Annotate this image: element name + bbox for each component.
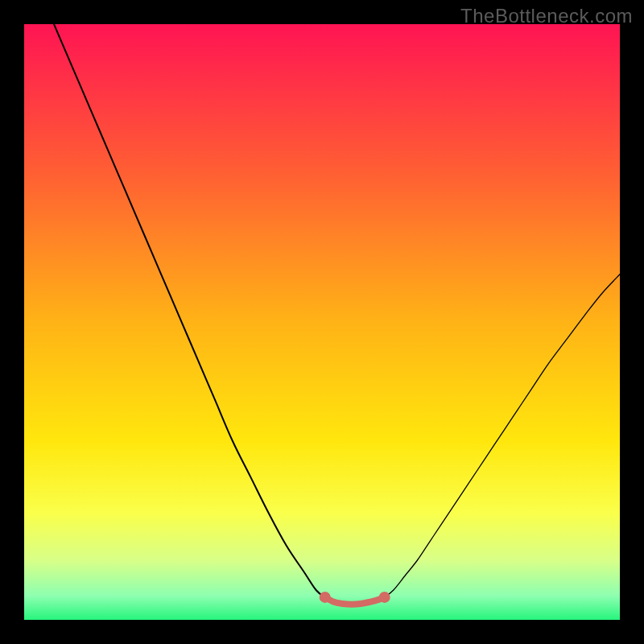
chart-frame: TheBottleneck.com xyxy=(0,0,644,644)
series-bottom-band-endpoint xyxy=(379,592,390,603)
plot-background xyxy=(24,24,620,620)
bottleneck-chart xyxy=(0,0,644,644)
series-bottom-band-endpoint xyxy=(320,592,331,603)
watermark-text: TheBottleneck.com xyxy=(460,5,633,27)
